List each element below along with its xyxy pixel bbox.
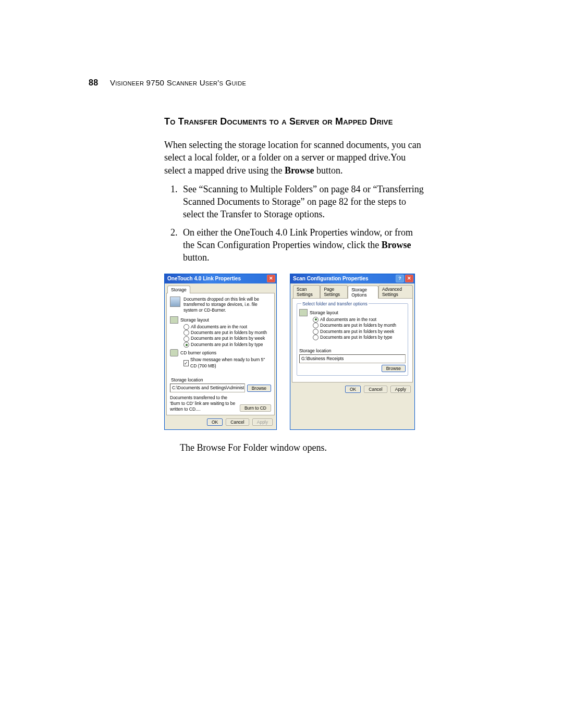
step-2-b: button. bbox=[183, 252, 210, 263]
intro-text-b: button. bbox=[314, 165, 343, 176]
dlg1-storage-layout-label: Storage layout bbox=[180, 317, 209, 323]
onetouch-link-properties-dialog: OneTouch 4.0 Link Properties ✕ Storage D… bbox=[164, 274, 277, 430]
step-2: On either the OneTouch 4.0 Link Properti… bbox=[180, 226, 425, 264]
scan-configuration-properties-dialog: Scan Configuration Properties ? ✕ Scan S… bbox=[290, 274, 415, 430]
dlg2-opt-root[interactable]: All documents are in the root bbox=[313, 317, 406, 323]
dlg2-ok-button[interactable]: OK bbox=[345, 386, 361, 393]
dlg2-browse-button[interactable]: Browse bbox=[382, 365, 406, 372]
tab-storage[interactable]: Storage bbox=[167, 286, 190, 293]
dlg1-cd-burner-label: CD burner options bbox=[180, 350, 216, 355]
dlg1-ok-button[interactable]: OK bbox=[207, 418, 223, 426]
dlg1-opt-root[interactable]: All documents are in the root bbox=[183, 324, 271, 330]
dlg1-layout-options: All documents are in the root Documents … bbox=[183, 324, 271, 348]
help-icon[interactable]: ? bbox=[396, 275, 404, 282]
tab-advanced-settings[interactable]: Advanced Settings bbox=[378, 285, 413, 298]
intro-paragraph: When selecting the storage location for … bbox=[164, 139, 425, 177]
step-2-a: On either the OneTouch 4.0 Link Properti… bbox=[183, 227, 413, 250]
page-number: 88 bbox=[89, 78, 98, 87]
dlg2-opt-type[interactable]: Documents are put in folders by type bbox=[313, 335, 406, 340]
step-2-bold: Browse bbox=[382, 240, 411, 250]
close-icon[interactable]: ✕ bbox=[405, 275, 413, 282]
dlg2-storage-location-label: Storage location bbox=[299, 348, 406, 353]
dlg1-opt-week[interactable]: Documents are put in folders by week bbox=[183, 336, 271, 341]
cd-icon bbox=[170, 349, 178, 356]
dlg1-opt-type[interactable]: Documents are put in folders by type bbox=[183, 342, 271, 348]
dlg2-cancel-button[interactable]: Cancel bbox=[364, 386, 387, 393]
after-figure-text: The Browse For Folder window opens. bbox=[180, 442, 425, 453]
section-title: To Transfer Documents to a Server or Map… bbox=[164, 116, 425, 127]
harddisk-icon bbox=[299, 309, 308, 316]
dlg2-fieldset-legend: Select folder and transfer options bbox=[301, 301, 369, 306]
tab-page-settings[interactable]: Page Settings bbox=[320, 285, 348, 298]
dlg1-cancel-button[interactable]: Cancel bbox=[226, 418, 249, 426]
dlg1-title: OneTouch 4.0 Link Properties bbox=[167, 276, 241, 281]
dlg2-storage-layout-label: Storage layout bbox=[310, 310, 338, 315]
dlg2-titlebar[interactable]: Scan Configuration Properties ? ✕ bbox=[290, 274, 414, 283]
dlg2-apply-button[interactable]: Apply bbox=[390, 386, 411, 393]
dlg2-storage-path-input[interactable]: G:\Business Receipts bbox=[299, 354, 406, 363]
dlg2-title: Scan Configuration Properties bbox=[293, 276, 368, 281]
step-1: See “Scanning to Multiple Folders” on pa… bbox=[180, 183, 425, 221]
steps-list: See “Scanning to Multiple Folders” on pa… bbox=[164, 183, 425, 264]
intro-bold: Browse bbox=[285, 165, 314, 176]
harddisk-icon bbox=[170, 316, 178, 324]
dlg1-browse-button[interactable]: Browse bbox=[247, 385, 271, 392]
drive-icon bbox=[170, 297, 180, 307]
dlg1-titlebar[interactable]: OneTouch 4.0 Link Properties ✕ bbox=[165, 274, 276, 283]
dlg1-burn-note: Documents transferred to the 'Burn to CD… bbox=[170, 395, 237, 412]
figure-row: OneTouch 4.0 Link Properties ✕ Storage D… bbox=[164, 274, 425, 430]
dlg1-storage-path-input[interactable]: C:\Documents and Settings\Administrator\… bbox=[170, 384, 245, 392]
page-header: 88 Visioneer 9750 Scanner User's Guide bbox=[89, 78, 500, 88]
tab-storage-options[interactable]: Storage Options bbox=[348, 286, 378, 299]
dlg2-layout-options: All documents are in the root Documents … bbox=[313, 317, 406, 341]
dlg1-storage-location-label: Storage location bbox=[171, 377, 271, 382]
dlg1-cd-show-message[interactable]: ✓Show message when ready to burn 5" CD (… bbox=[183, 357, 271, 369]
dlg1-apply-button[interactable]: Apply bbox=[252, 418, 273, 426]
tab-scan-settings[interactable]: Scan Settings bbox=[293, 285, 320, 298]
burn-to-cd-button[interactable]: Burn to CD bbox=[240, 404, 271, 412]
dlg2-opt-month[interactable]: Documents are put in folders by month bbox=[313, 323, 406, 328]
dlg1-description: Documents dropped on this link will be t… bbox=[183, 297, 271, 313]
guide-title: Visioneer 9750 Scanner User's Guide bbox=[110, 78, 246, 87]
dlg1-opt-month[interactable]: Documents are put in folders by month bbox=[183, 330, 271, 336]
close-icon[interactable]: ✕ bbox=[267, 275, 275, 282]
dlg2-opt-week[interactable]: Documents are put in folders by week bbox=[313, 329, 406, 335]
